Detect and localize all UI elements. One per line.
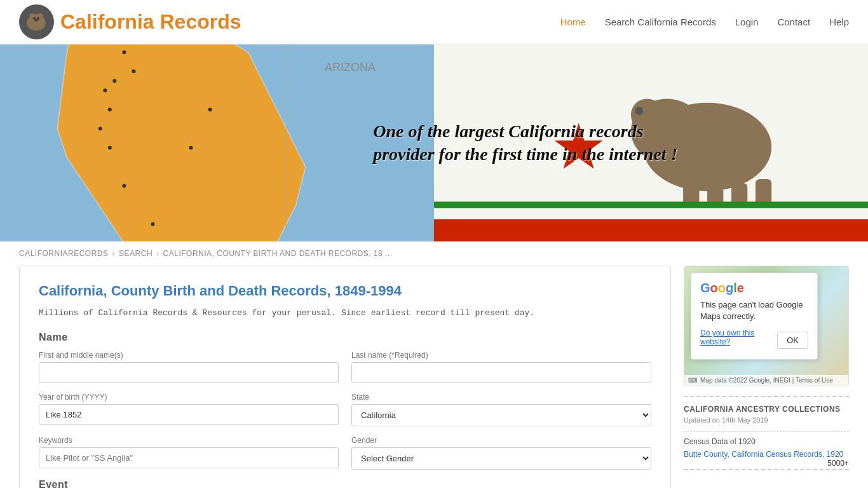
last-name-group: Last name (*Required) [351, 351, 651, 383]
keywords-label: Keywords [39, 436, 339, 445]
keywords-input[interactable] [39, 447, 339, 468]
year-birth-group: Year of birth (YYYY) [39, 393, 339, 426]
nav-search[interactable]: Search California Records [605, 17, 716, 27]
first-name-label: First and middle name(s) [39, 351, 339, 360]
breadcrumb-chevron-1: › [112, 249, 116, 258]
search-title: California, County Birth and Death Recor… [39, 282, 651, 301]
map-footer: ⌨ Map data ©2022 Google, INEGI | Terms o… [684, 375, 848, 386]
site-title: California Records [60, 10, 241, 34]
logo-area: California Records [19, 4, 241, 39]
right-sidebar: Google This page can't load Google Maps … [684, 266, 849, 488]
svg-point-18 [122, 184, 126, 188]
gender-select[interactable]: Select Gender Male Female [351, 447, 651, 470]
svg-point-13 [112, 79, 116, 83]
search-description: Millions of California Records & Resourc… [39, 307, 651, 320]
site-header: California Records Home Search Californi… [0, 0, 868, 44]
svg-rect-37 [434, 201, 868, 208]
year-birth-label: Year of birth (YYYY) [39, 393, 339, 402]
breadcrumb-home[interactable]: CALIFORNIARECORDS [19, 249, 109, 258]
google-map-box: Google This page can't load Google Maps … [684, 266, 849, 386]
ancestry-record-link[interactable]: Butte County, California Census Records,… [684, 450, 843, 459]
svg-point-14 [103, 88, 107, 92]
nav-home[interactable]: Home [560, 17, 586, 27]
gender-group: Gender Select Gender Male Female [351, 436, 651, 470]
svg-point-16 [98, 126, 102, 130]
svg-text:ARIZONA: ARIZONA [325, 61, 376, 74]
first-name-group: First and middle name(s) [39, 351, 339, 383]
year-birth-input[interactable] [39, 404, 339, 425]
ancestry-record-item: Butte County, California Census Records,… [684, 450, 849, 459]
census-label: Census Data of 1920 [684, 437, 849, 446]
search-panel: California, County Birth and Death Recor… [19, 266, 671, 488]
svg-point-11 [122, 50, 126, 54]
event-section-label: Event [39, 479, 651, 488]
breadcrumb-search[interactable]: SEARCH [119, 249, 153, 258]
svg-point-30 [635, 107, 643, 115]
main-content: California, County Birth and Death Recor… [0, 266, 868, 488]
ancestry-updated: Updated on 14th May 2019 [684, 416, 849, 424]
svg-point-20 [189, 146, 193, 150]
svg-rect-26 [434, 219, 868, 241]
state-label: State [351, 393, 651, 402]
nav-help[interactable]: Help [829, 17, 849, 27]
main-nav: Home Search California Records Login Con… [560, 17, 849, 27]
last-name-input[interactable] [351, 362, 651, 383]
gender-label: Gender [351, 436, 651, 445]
last-name-label: Last name (*Required) [351, 351, 651, 360]
google-error-dialog: Google This page can't load Google Maps … [691, 273, 818, 360]
nav-login[interactable]: Login [735, 17, 759, 27]
google-ok-button[interactable]: OK [777, 332, 808, 349]
breadcrumb-chevron-2: › [156, 249, 159, 258]
ancestry-record-count: 5000+ [827, 459, 849, 468]
svg-point-19 [151, 222, 154, 226]
svg-point-12 [132, 69, 135, 73]
breadcrumb: CALIFORNIARECORDS › SEARCH › CALIFORNIA,… [0, 241, 868, 266]
first-name-input[interactable] [39, 362, 339, 383]
keyboard-icon: ⌨ [688, 377, 697, 384]
ancestry-divider [684, 431, 849, 432]
svg-point-15 [108, 107, 112, 111]
google-own-link[interactable]: Do you own this website? [700, 329, 777, 346]
svg-point-21 [208, 107, 212, 111]
svg-point-7 [36, 20, 37, 22]
google-error-text: This page can't load Google Maps correct… [700, 299, 808, 322]
name-section-label: Name [39, 332, 651, 343]
state-group: State California Alabama Alaska Arizona … [351, 393, 651, 426]
ancestry-box: CALIFORNIA ANCESTRY COLLECTIONS Updated … [684, 396, 849, 470]
keywords-group: Keywords [39, 436, 339, 470]
state-select[interactable]: California Alabama Alaska Arizona Arkans… [351, 404, 651, 426]
year-state-row: Year of birth (YYYY) State California Al… [39, 393, 651, 426]
keywords-gender-row: Keywords Gender Select Gender Male Femal… [39, 436, 651, 470]
breadcrumb-current: CALIFORNIA, COUNTY BIRTH AND DEATH RECOR… [163, 249, 393, 258]
logo-bear-icon [19, 4, 54, 39]
hero-banner: CALIFORNIA ARIZONA NEVADA CALIFORNIA REP… [0, 44, 868, 241]
name-row: First and middle name(s) Last name (*Req… [39, 351, 651, 383]
ancestry-title: CALIFORNIA ANCESTRY COLLECTIONS [684, 405, 849, 414]
google-logo: Google [700, 281, 808, 295]
hero-text: One of the largest California records pr… [373, 120, 677, 166]
svg-point-17 [108, 146, 112, 150]
event-section: Event [39, 479, 651, 488]
nav-contact[interactable]: Contact [777, 17, 810, 27]
